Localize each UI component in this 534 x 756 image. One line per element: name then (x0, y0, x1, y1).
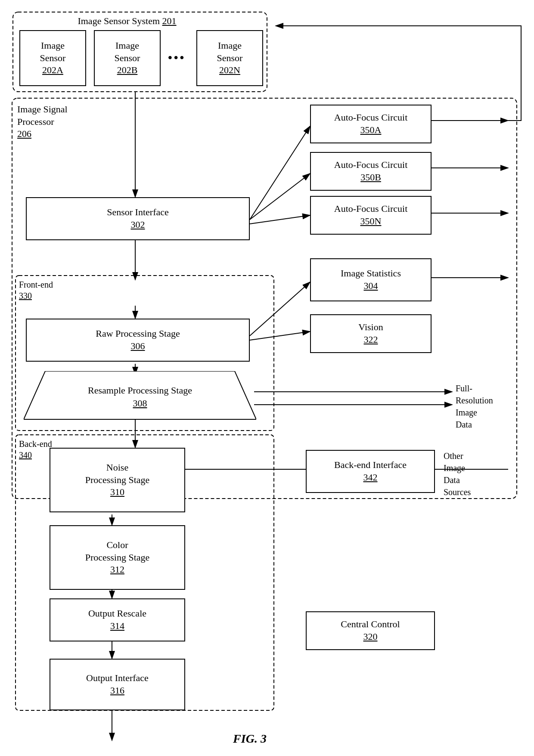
svg-text:308: 308 (133, 398, 147, 409)
diagram: Image Sensor System 201 Image Sensor 202… (0, 0, 534, 756)
autofocus-350a-box: Auto-Focus Circuit 350A (310, 105, 432, 143)
sensor-dots: ••• (168, 51, 186, 65)
full-resolution-label: Full-ResolutionImageData (456, 382, 493, 431)
image-sensor-system-label: Image Sensor System 201 (52, 15, 202, 28)
sensor-202b-box: Image Sensor 202B (94, 30, 161, 86)
backend-label: Back-end340 (19, 438, 52, 461)
frontend-label: Front-end330 (19, 279, 53, 301)
image-statistics-box: Image Statistics 304 (310, 258, 432, 301)
autofocus-350b-box: Auto-Focus Circuit 350B (310, 152, 432, 191)
output-interface-box: Output Interface 316 (50, 659, 185, 710)
svg-line-15 (250, 282, 310, 336)
fig-label: FIG. 3 (207, 732, 293, 746)
svg-rect-3 (12, 98, 517, 499)
resample-svg: Resample Processing Stage 308 (24, 371, 256, 421)
sensor-202n-box: Image Sensor 202N (196, 30, 263, 86)
central-control-box: Central Control 320 (306, 611, 435, 650)
color-processing-box: Color Processing Stage 312 (50, 525, 185, 590)
backend-interface-box: Back-end Interface 342 (306, 450, 435, 493)
output-rescale-box: Output Rescale 314 (50, 598, 185, 641)
svg-text:Resample Processing Stage: Resample Processing Stage (88, 385, 192, 396)
svg-line-8 (250, 174, 310, 220)
svg-line-7 (250, 126, 310, 220)
svg-line-9 (250, 215, 310, 224)
isp-label: Image SignalProcessor206 (17, 103, 68, 140)
sensor-202a-box: Image Sensor 202A (19, 30, 86, 86)
autofocus-350n-box: Auto-Focus Circuit 350N (310, 196, 432, 235)
sensor-interface-box: Sensor Interface 302 (26, 197, 250, 240)
raw-processing-box: Raw Processing Stage 306 (26, 319, 250, 362)
other-sources-label: OtherImageDataSources (444, 450, 471, 498)
vision-box: Vision 322 (310, 314, 432, 353)
noise-processing-box: Noise Processing Stage 310 (50, 448, 185, 512)
svg-line-16 (250, 332, 310, 340)
